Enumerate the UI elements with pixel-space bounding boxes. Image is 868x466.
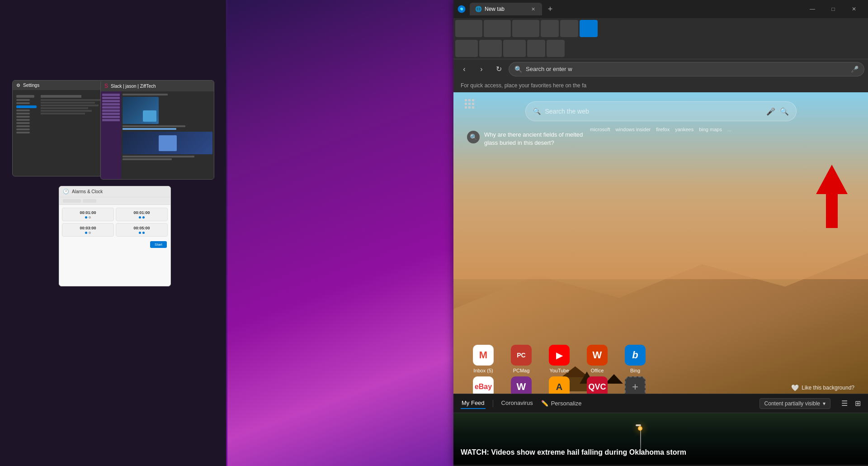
title-bar-left: 🌐 New tab ✕ +	[457, 3, 557, 15]
slack-content	[101, 91, 214, 180]
address-search-icon: 🔍	[514, 66, 522, 73]
new-tab-button[interactable]: +	[544, 3, 557, 15]
fav-thumb-6[interactable]	[455, 40, 478, 57]
edge-window: 🌐 New tab ✕ + — □ ✕	[453, 0, 868, 466]
feed-personalize-button[interactable]: ✏️ Personalize	[541, 400, 582, 407]
fav-thumb-3[interactable]	[512, 20, 539, 37]
personalize-label: Personalize	[551, 400, 582, 407]
favorites-hint: For quick access, place your favorites h…	[453, 79, 868, 92]
address-bar[interactable]: 🔍 Search or enter w 🎤	[509, 62, 864, 76]
edge-logo-icon	[457, 5, 466, 14]
tab-label: New tab	[485, 6, 527, 12]
app-icon-office[interactable]: W Office	[581, 345, 613, 373]
inbox-label: Inbox (5)	[473, 368, 493, 373]
window-controls: — □ ✕	[802, 2, 864, 16]
pcmag-label: PCMag	[513, 368, 530, 373]
feed-tab-divider	[493, 400, 493, 407]
quick-link-yankees[interactable]: yankees	[675, 127, 693, 132]
like-background[interactable]: 🤍 Like this background?	[791, 384, 854, 391]
feed-article[interactable]: WATCH: Videos show extreme hail falling …	[453, 413, 868, 465]
feed-tab-coronavirus[interactable]: Coronavirus	[500, 398, 534, 409]
office-label: Office	[591, 368, 604, 373]
like-label: Like this background?	[802, 385, 854, 391]
alarm-cell-4: 00:05:00	[116, 223, 168, 237]
newtab-content: 🔍 🎤 🔍 microsoft windows insider firefox …	[453, 92, 868, 466]
app-menu-button[interactable]	[465, 99, 474, 109]
feed-tab-myfeed[interactable]: My Feed	[461, 398, 486, 409]
navigation-bar: ‹ › ↻ 🔍 Search or enter w 🎤	[453, 59, 868, 79]
feed-list-view-button[interactable]: ☰	[841, 399, 848, 408]
fav-thumb-8[interactable]	[503, 40, 526, 57]
minimize-button[interactable]: —	[802, 2, 823, 16]
search-submit-button[interactable]: 🔍	[780, 107, 789, 116]
chevron-down-icon: ▾	[823, 400, 826, 407]
app-icons-row1: M Inbox (5) PC PCMag ▶ YouTube W	[467, 345, 651, 373]
fav-thumb-7[interactable]	[479, 40, 502, 57]
alarms-start-button[interactable]: Start	[150, 241, 167, 248]
pencil-icon: ✏️	[541, 400, 548, 407]
fav-thumb-9[interactable]	[527, 40, 545, 57]
refresh-button[interactable]: ↻	[491, 62, 506, 76]
fav-thumb-5[interactable]	[560, 20, 578, 37]
close-button[interactable]: ✕	[844, 2, 864, 16]
back-button[interactable]: ‹	[457, 62, 472, 76]
maximize-button[interactable]: □	[823, 2, 844, 16]
alarms-thumbnail[interactable]: 🕐 Alarms & Clock 00:01:00 00:01:00	[59, 186, 171, 286]
app-icon-pcmag[interactable]: PC PCMag	[505, 345, 538, 373]
alarm-time-1: 00:01:00	[65, 210, 111, 215]
bing-question[interactable]: 🔍 Why are there ancient fields of melted…	[467, 131, 594, 147]
alarm-cell-2: 00:01:00	[116, 208, 168, 221]
alarms-grid: 00:01:00 00:01:00 00:03:00	[59, 205, 170, 239]
alarm-time-3: 00:03:00	[65, 226, 111, 230]
fav-thumb-active[interactable]	[580, 20, 598, 37]
alarm-cell-1: 00:01:00	[62, 208, 114, 221]
title-bar: 🌐 New tab ✕ + — □ ✕	[453, 0, 868, 18]
bing-question-text: Why are there ancient fields of melted g…	[484, 131, 594, 147]
slack-title-bar: S Slack | jason | ZiffTech	[101, 81, 214, 91]
app-icon-inbox[interactable]: M Inbox (5)	[467, 345, 500, 373]
quick-links-more[interactable]: ...	[727, 127, 731, 132]
search-mic-button[interactable]: 🎤	[766, 107, 775, 116]
settings-title-bar: ⚙ Settings	[13, 81, 112, 90]
quick-link-windows-insider[interactable]: windows insider	[616, 127, 651, 132]
favorites-hint-text: For quick access, place your favorites h…	[461, 82, 586, 89]
alarms-title-bar: 🕐 Alarms & Clock	[59, 186, 170, 197]
quick-link-firefox[interactable]: firefox	[656, 127, 670, 132]
app-icon-bing[interactable]: b Bing	[619, 345, 651, 373]
fav-thumb-2[interactable]	[484, 20, 511, 37]
middle-panel	[227, 0, 456, 466]
feed-grid-view-button[interactable]: ⊞	[855, 399, 861, 408]
active-tab[interactable]: 🌐 New tab ✕	[470, 3, 542, 15]
app-icon-youtube[interactable]: ▶ YouTube	[543, 345, 576, 373]
content-visibility-toggle[interactable]: Content partially visible ▾	[760, 398, 830, 409]
tab-favicon: 🌐	[475, 6, 482, 12]
alarm-time-2: 00:01:00	[118, 210, 165, 215]
settings-icon: ⚙	[16, 83, 20, 88]
search-input[interactable]	[545, 108, 762, 115]
web-search-box[interactable]: 🔍 🎤 🔍	[525, 101, 797, 121]
slack-icon: S	[104, 83, 108, 89]
settings-content	[13, 90, 112, 138]
fav-thumb-10[interactable]	[547, 40, 565, 57]
forward-button[interactable]: ›	[474, 62, 489, 76]
tab-close-button[interactable]: ✕	[529, 5, 537, 13]
slack-thumbnail[interactable]: S Slack | jason | ZiffTech	[100, 80, 214, 180]
slack-title-label: Slack | jason | ZiffTech	[111, 84, 156, 89]
settings-thumbnail[interactable]: ⚙ Settings	[12, 80, 113, 176]
quick-link-bing-maps[interactable]: bing maps	[699, 127, 722, 132]
red-arrow	[809, 160, 854, 233]
youtube-label: YouTube	[549, 368, 569, 373]
feed-tabs: My Feed Coronavirus ✏️ Personalize Conte…	[453, 394, 868, 413]
microphone-icon[interactable]: 🎤	[851, 66, 859, 73]
svg-marker-0	[816, 165, 848, 228]
fav-thumb-1[interactable]	[455, 20, 482, 37]
alarm-cell-3: 00:03:00	[62, 223, 114, 237]
like-heart-icon: 🤍	[791, 384, 799, 391]
bing-label: Bing	[630, 368, 640, 373]
content-visibility-label: Content partially visible	[764, 400, 820, 407]
favorites-bar	[453, 18, 868, 59]
search-area: 🔍 🎤 🔍 microsoft windows insider firefox …	[525, 101, 797, 132]
fav-thumb-4[interactable]	[541, 20, 559, 37]
settings-title-label: Settings	[23, 83, 39, 88]
feed-article-title: WATCH: Videos show extreme hail falling …	[461, 448, 861, 457]
